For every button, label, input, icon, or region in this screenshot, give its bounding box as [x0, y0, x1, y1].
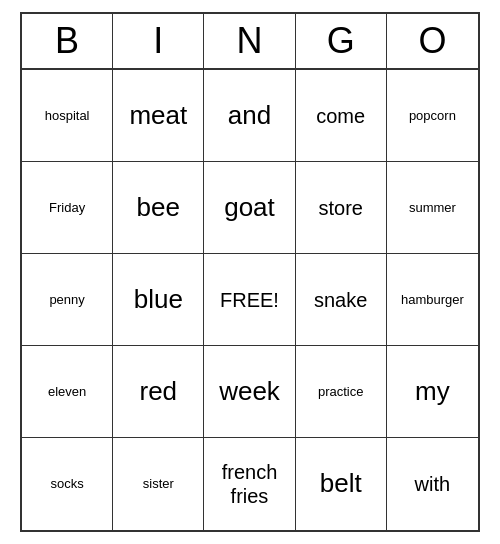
- bingo-cell: belt: [296, 438, 387, 530]
- header-letter-B: B: [22, 14, 113, 68]
- cell-text: hospital: [45, 108, 90, 124]
- cell-text: week: [219, 376, 280, 407]
- header-letter-G: G: [296, 14, 387, 68]
- cell-text: snake: [314, 288, 367, 312]
- cell-text: socks: [50, 476, 83, 492]
- cell-text: eleven: [48, 384, 86, 400]
- cell-text: bee: [137, 192, 180, 223]
- cell-text: come: [316, 104, 365, 128]
- cell-text: with: [415, 472, 451, 496]
- header-letter-I: I: [113, 14, 204, 68]
- cell-text: meat: [129, 100, 187, 131]
- bingo-cell: bee: [113, 162, 204, 254]
- cell-text: and: [228, 100, 271, 131]
- cell-text: Friday: [49, 200, 85, 216]
- header-letter-N: N: [204, 14, 295, 68]
- bingo-cell: FREE!: [204, 254, 295, 346]
- bingo-cell: come: [296, 70, 387, 162]
- bingo-cell: meat: [113, 70, 204, 162]
- bingo-cell: store: [296, 162, 387, 254]
- bingo-cell: hospital: [22, 70, 113, 162]
- cell-text: summer: [409, 200, 456, 216]
- bingo-cell: eleven: [22, 346, 113, 438]
- bingo-cell: hamburger: [387, 254, 478, 346]
- header-letter-O: O: [387, 14, 478, 68]
- bingo-card: BINGO hospitalmeatandcomepopcornFridaybe…: [20, 12, 480, 532]
- bingo-cell: week: [204, 346, 295, 438]
- bingo-cell: goat: [204, 162, 295, 254]
- cell-text: store: [318, 196, 362, 220]
- bingo-cell: and: [204, 70, 295, 162]
- bingo-cell: red: [113, 346, 204, 438]
- cell-text: blue: [134, 284, 183, 315]
- cell-text: french fries: [222, 460, 278, 508]
- bingo-cell: french fries: [204, 438, 295, 530]
- cell-text: red: [140, 376, 178, 407]
- cell-text: practice: [318, 384, 364, 400]
- bingo-cell: socks: [22, 438, 113, 530]
- bingo-cell: summer: [387, 162, 478, 254]
- cell-text: FREE!: [220, 288, 279, 312]
- cell-text: hamburger: [401, 292, 464, 308]
- cell-text: sister: [143, 476, 174, 492]
- bingo-cell: my: [387, 346, 478, 438]
- bingo-cell: with: [387, 438, 478, 530]
- bingo-cell: penny: [22, 254, 113, 346]
- cell-text: popcorn: [409, 108, 456, 124]
- bingo-cell: sister: [113, 438, 204, 530]
- bingo-header: BINGO: [22, 14, 478, 70]
- bingo-cell: blue: [113, 254, 204, 346]
- cell-text: goat: [224, 192, 275, 223]
- bingo-grid: hospitalmeatandcomepopcornFridaybeegoats…: [22, 70, 478, 530]
- cell-text: penny: [49, 292, 84, 308]
- cell-text: my: [415, 376, 450, 407]
- bingo-cell: snake: [296, 254, 387, 346]
- bingo-cell: practice: [296, 346, 387, 438]
- cell-text: belt: [320, 468, 362, 499]
- bingo-cell: popcorn: [387, 70, 478, 162]
- bingo-cell: Friday: [22, 162, 113, 254]
